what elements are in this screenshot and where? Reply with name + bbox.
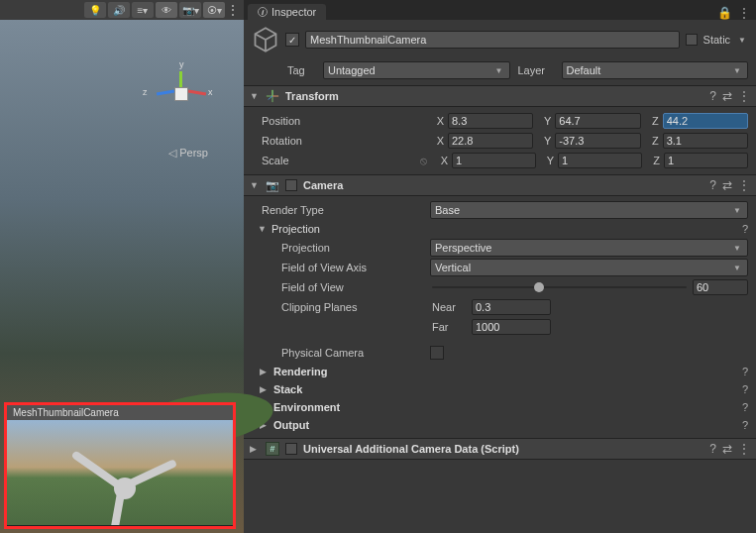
physical-camera-checkbox[interactable] <box>430 346 444 360</box>
environment-foldout[interactable]: ▶Environment? <box>252 398 748 416</box>
help-icon[interactable]: ? <box>709 178 716 192</box>
position-label: Position <box>252 115 426 127</box>
component-menu-icon[interactable]: ⋮ <box>738 442 750 456</box>
gizmo-label-z: z <box>143 87 148 97</box>
camera-icon: 📷 <box>266 178 279 192</box>
rotation-z-input[interactable]: 3.1 <box>663 133 748 149</box>
layer-label: Layer <box>518 64 554 76</box>
foldout-open-icon: ▼ <box>250 180 260 190</box>
gizmo-x-axis[interactable] <box>188 89 206 95</box>
position-y-input[interactable]: 64.7 <box>555 113 640 129</box>
gizmo-z-axis[interactable] <box>157 89 174 95</box>
static-checkbox[interactable] <box>686 34 698 46</box>
scene-toolbar: 💡 🔊 ≡▾ 👁 📷▾ ⦿▾ ⋮ <box>0 0 244 20</box>
projection-label: Projection <box>252 242 426 254</box>
rotation-label: Rotation <box>252 135 426 147</box>
tag-dropdown[interactable]: Untagged▼ <box>323 61 510 79</box>
projection-mode-label[interactable]: ◁ Persp <box>168 147 208 160</box>
tag-layer-row: Tag Untagged▼ Layer Default▼ <box>244 59 756 85</box>
axis-z-label: Z <box>645 115 659 127</box>
visibility-toggle-button[interactable]: 👁 <box>156 2 177 18</box>
transform-title: Transform <box>285 90 703 102</box>
constrain-scale-icon[interactable]: ⦸ <box>416 155 430 167</box>
fx-dropdown-button[interactable]: ≡▾ <box>132 2 154 18</box>
help-icon[interactable]: ? <box>709 89 716 103</box>
scale-y-input[interactable]: 1 <box>558 153 642 168</box>
gizmo-dropdown-button[interactable]: ⦿▾ <box>203 2 225 18</box>
info-icon: i <box>258 7 268 17</box>
rotation-y-input[interactable]: -37.3 <box>555 133 640 149</box>
slider-thumb[interactable] <box>534 282 544 292</box>
camera-section: Render Type Base▼ ▼ Projection ? Project… <box>244 196 756 438</box>
scale-z-input[interactable]: 1 <box>664 153 748 168</box>
camera-preview-title: MeshThumbnailCamera <box>7 405 233 420</box>
inspector-panel: i Inspector 🔒 ⋮ ✓ MeshThumbnailCamera St… <box>244 0 756 533</box>
inspector-tab-label: Inspector <box>271 6 316 18</box>
output-foldout[interactable]: ▶Output? <box>252 416 748 434</box>
help-icon[interactable]: ? <box>709 442 716 456</box>
foldout-open-icon: ▼ <box>258 224 268 234</box>
chevron-down-icon: ▼ <box>493 66 505 75</box>
static-label: Static <box>703 34 731 46</box>
camera-dropdown-button[interactable]: 📷▾ <box>179 2 201 18</box>
audio-toggle-button[interactable]: 🔊 <box>108 2 130 18</box>
physical-camera-label: Physical Camera <box>252 347 426 359</box>
fov-axis-dropdown[interactable]: Vertical▼ <box>430 259 748 276</box>
clipping-planes-label: Clipping Planes <box>252 301 426 313</box>
inspector-menu-icon[interactable]: ⋮ <box>738 6 750 20</box>
additional-camera-header[interactable]: ▶ # Universal Additional Camera Data (Sc… <box>244 438 756 460</box>
projection-dropdown[interactable]: Perspective▼ <box>430 239 748 257</box>
transform-header[interactable]: ▼ Transform ? ⇄ ⋮ <box>244 85 756 107</box>
lock-icon[interactable]: 🔒 <box>717 6 732 20</box>
fov-value-input[interactable]: 60 <box>693 279 748 295</box>
additional-enabled-checkbox[interactable] <box>285 443 297 455</box>
near-input[interactable]: 0.3 <box>472 299 551 315</box>
foldout-open-icon: ▼ <box>250 91 260 101</box>
tab-inspector[interactable]: i Inspector <box>248 4 326 20</box>
preset-icon[interactable]: ⇄ <box>722 442 732 456</box>
component-menu-icon[interactable]: ⋮ <box>738 89 750 103</box>
position-z-input[interactable]: 44.2 <box>663 113 748 129</box>
scale-label: Scale <box>252 155 412 166</box>
scene-viewport[interactable]: y x z ◁ Persp MeshThumbnailCamera <box>0 20 244 533</box>
camera-title: Camera <box>303 179 703 191</box>
enabled-checkbox[interactable]: ✓ <box>285 33 299 47</box>
scale-x-input[interactable]: 1 <box>452 153 536 168</box>
far-label: Far <box>432 321 466 333</box>
position-x-input[interactable]: 8.3 <box>448 113 533 129</box>
object-name-input[interactable]: MeshThumbnailCamera <box>305 31 680 49</box>
axis-x-label: X <box>430 115 444 127</box>
light-toggle-button[interactable]: 💡 <box>84 2 106 18</box>
layer-dropdown[interactable]: Default▼ <box>562 61 749 79</box>
object-header: ✓ MeshThumbnailCamera Static ▼ <box>244 20 756 59</box>
gizmo-cube[interactable] <box>174 87 188 101</box>
orientation-gizmo[interactable]: y x z <box>147 59 216 129</box>
render-type-dropdown[interactable]: Base▼ <box>430 201 748 219</box>
projection-foldout[interactable]: ▼ Projection ? <box>252 220 748 238</box>
inspector-tab-bar: i Inspector 🔒 ⋮ <box>244 0 756 20</box>
gizmo-label-x: x <box>208 87 213 97</box>
preset-icon[interactable]: ⇄ <box>722 178 732 192</box>
camera-preview-image <box>7 420 233 525</box>
stack-foldout[interactable]: ▶Stack? <box>252 380 748 398</box>
static-dropdown-icon[interactable]: ▼ <box>736 36 748 45</box>
gizmo-label-y: y <box>179 59 184 69</box>
rotation-x-input[interactable]: 22.8 <box>448 133 533 149</box>
turbine-shape <box>76 460 165 525</box>
foldout-closed-icon: ▶ <box>250 444 260 454</box>
component-menu-icon[interactable]: ⋮ <box>738 178 750 192</box>
preset-icon[interactable]: ⇄ <box>722 89 732 103</box>
axis-y-label: Y <box>537 115 551 127</box>
help-icon[interactable]: ? <box>742 223 748 235</box>
rendering-foldout[interactable]: ▶Rendering? <box>252 363 748 380</box>
render-type-label: Render Type <box>252 204 426 216</box>
fov-slider[interactable] <box>432 280 687 294</box>
camera-header[interactable]: ▼ 📷 Camera ? ⇄ ⋮ <box>244 174 756 196</box>
camera-enabled-checkbox[interactable] <box>285 179 297 191</box>
far-input[interactable]: 1000 <box>472 319 551 335</box>
fov-axis-label: Field of View Axis <box>252 262 426 273</box>
chevron-down-icon: ▼ <box>731 66 743 75</box>
projection-header-label: Projection <box>271 223 738 235</box>
gameobject-icon[interactable] <box>252 26 279 53</box>
scene-menu-button[interactable]: ⋮ <box>227 3 240 17</box>
